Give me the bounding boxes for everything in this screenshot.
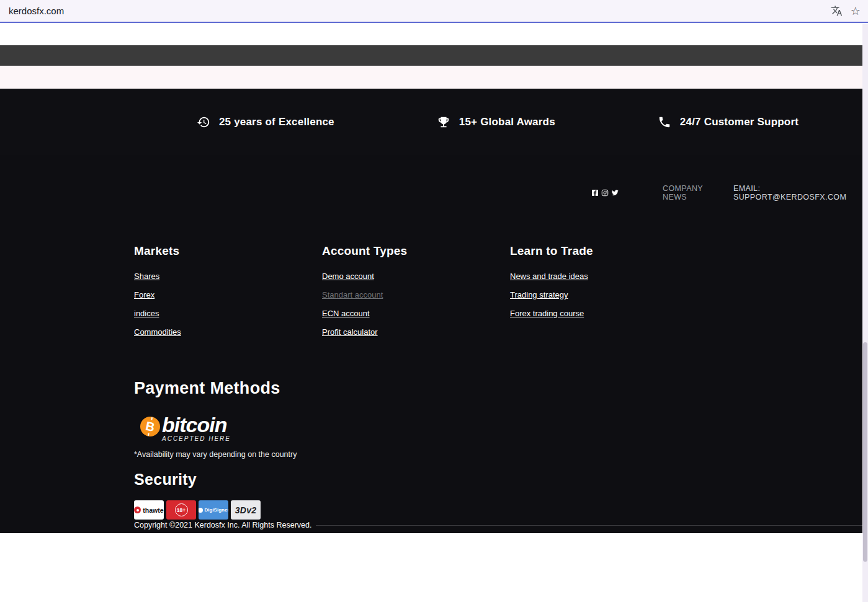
- company-news-link[interactable]: COMPANY NEWS: [663, 184, 726, 201]
- feature-awards: 15+ Global Awards: [437, 115, 555, 129]
- feature-label: 15+ Global Awards: [459, 116, 555, 128]
- footer-column-account-types: Account Types Demo account Standart acco…: [322, 244, 499, 346]
- footer-link-standart-account[interactable]: Standart account: [322, 290, 383, 299]
- 3dv2-badge: 3Dv2: [231, 500, 261, 520]
- security-title: Security: [134, 471, 197, 489]
- availability-note: *Availability may vary depending on the …: [134, 450, 297, 459]
- badge-label: thawte: [143, 507, 163, 514]
- footer-link-commodities[interactable]: Commodities: [134, 327, 181, 337]
- trophy-icon: [437, 115, 450, 129]
- site-footer: COMPANY NEWS EMAIL: SUPPORT@KERDOSFX.COM…: [0, 155, 868, 533]
- digisigner-seal-icon: [199, 508, 203, 513]
- thawte-seal-icon: [134, 507, 141, 513]
- feature-excellence: 25 years of Excellence: [197, 115, 334, 129]
- badge-label: 18+: [175, 503, 188, 516]
- feature-support: 24/7 Customer Support: [658, 115, 799, 129]
- footer-link-news-trade-ideas[interactable]: News and trade ideas: [510, 272, 588, 281]
- gray-band: [0, 45, 868, 66]
- bitcoin-b-icon: [140, 417, 160, 436]
- translate-icon[interactable]: [831, 5, 843, 17]
- age-18plus-badge: 18+: [166, 500, 196, 520]
- footer-column-markets: Markets Shares Forex indices Commodities: [134, 244, 311, 346]
- footer-link-demo-account[interactable]: Demo account: [322, 272, 374, 281]
- copyright-divider: [316, 525, 862, 526]
- white-band: [0, 23, 868, 45]
- badge-label: 3Dv2: [235, 505, 257, 515]
- payment-methods-title: Payment Methods: [134, 379, 280, 398]
- column-title: Markets: [134, 244, 311, 258]
- footer-link-shares[interactable]: Shares: [134, 272, 159, 281]
- phone-icon: [658, 115, 671, 129]
- feature-label: 25 years of Excellence: [219, 116, 334, 128]
- digisigner-badge: DigiSigner: [199, 500, 228, 520]
- bitcoin-tagline: ACCEPTED HERE: [162, 435, 231, 442]
- social-links: [591, 189, 619, 197]
- facebook-icon[interactable]: [591, 189, 599, 197]
- footer-top-row: COMPANY NEWS EMAIL: SUPPORT@KERDOSFX.COM: [591, 184, 868, 201]
- bookmark-star-icon[interactable]: ☆: [851, 6, 861, 17]
- browser-address-bar: kerdosfx.com ☆: [0, 0, 868, 23]
- footer-link-forex[interactable]: Forex: [134, 290, 154, 299]
- twitter-icon[interactable]: [611, 189, 619, 197]
- footer-link-indices[interactable]: indices: [134, 309, 159, 318]
- instagram-icon[interactable]: [601, 189, 609, 197]
- thawte-badge: thawte: [134, 500, 164, 520]
- footer-link-profit-calculator[interactable]: Profit calculator: [322, 327, 378, 337]
- support-email-link[interactable]: EMAIL: SUPPORT@KERDOSFX.COM: [733, 184, 868, 201]
- footer-link-trading-strategy[interactable]: Trading strategy: [510, 290, 568, 299]
- column-title: Account Types: [322, 244, 499, 258]
- address-bar-url[interactable]: kerdosfx.com: [9, 6, 831, 16]
- footer-column-learn-to-trade: Learn to Trade News and trade ideas Trad…: [510, 244, 687, 327]
- column-title: Learn to Trade: [510, 244, 687, 258]
- vertical-scrollbar-thumb[interactable]: [863, 342, 867, 562]
- copyright-text: Copyright ©2021 Kerdosfx Inc. All Rights…: [134, 521, 311, 529]
- footer-link-ecn-account[interactable]: ECN account: [322, 309, 370, 318]
- bitcoin-wordmark: bitcoin: [162, 414, 231, 436]
- pink-band: [0, 66, 868, 89]
- badge-label: DigiSigner: [205, 507, 229, 513]
- security-badges: thawte 18+ DigiSigner 3Dv2: [134, 500, 261, 520]
- vertical-scrollbar-track[interactable]: [862, 24, 868, 602]
- features-strip: 25 years of Excellence 15+ Global Awards…: [0, 89, 868, 155]
- footer-link-forex-trading-course[interactable]: Forex trading course: [510, 309, 584, 318]
- feature-label: 24/7 Customer Support: [680, 116, 799, 128]
- history-clock-icon: [197, 115, 210, 129]
- bitcoin-accepted-logo: bitcoin ACCEPTED HERE: [140, 414, 231, 442]
